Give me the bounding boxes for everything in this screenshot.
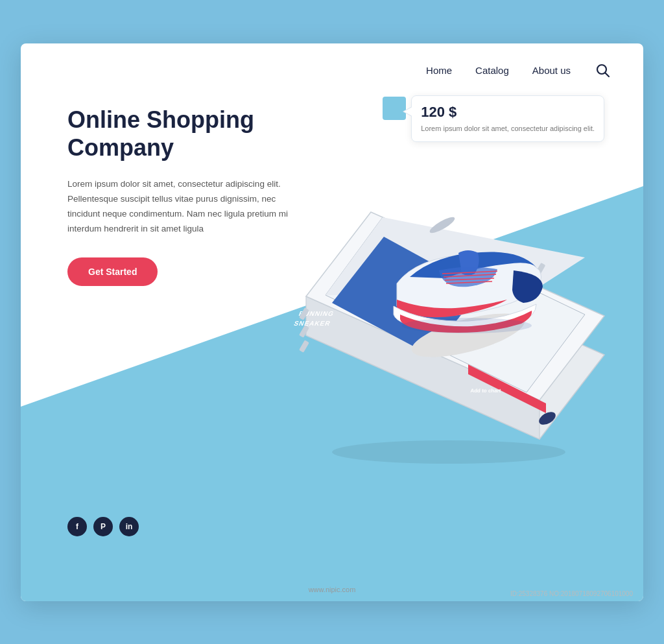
svg-point-18 <box>402 318 532 333</box>
svg-point-3 <box>332 440 565 464</box>
linkedin-icon[interactable]: in <box>119 517 139 536</box>
price-bubble: 120 $ Lorem ipsum dolor sit amet, consec… <box>383 95 604 143</box>
speech-box: 120 $ Lorem ipsum dolor sit amet, consec… <box>411 95 604 143</box>
social-icons: f P in <box>67 517 139 536</box>
navbar: Home Catalog About us <box>21 43 643 80</box>
nav-home[interactable]: Home <box>426 65 452 76</box>
svg-text:SNEAKER: SNEAKER <box>293 320 332 327</box>
pinterest-icon[interactable]: P <box>93 517 113 536</box>
watermark-text: www.nipic.com <box>309 586 356 593</box>
nav-catalog[interactable]: Catalog <box>475 65 509 76</box>
id-watermark: ID:25328376 NO:20180718092706101000 <box>510 590 633 597</box>
hero-text-block: Online Shopping Company Lorem ipsum dolo… <box>67 106 288 286</box>
price-description: Lorem ipsum dolor sit amet, consectetur … <box>421 123 595 134</box>
svg-rect-11 <box>299 340 309 353</box>
svg-text:Add to chart: Add to chart <box>470 388 501 394</box>
hero-description: Lorem ipsum dolor sit amet, consectetur … <box>67 177 288 237</box>
get-started-button[interactable]: Get Started <box>67 257 158 286</box>
nav-about[interactable]: About us <box>532 65 571 76</box>
hero-title: Online Shopping Company <box>67 106 288 161</box>
search-button[interactable] <box>594 62 612 80</box>
facebook-icon[interactable]: f <box>67 517 87 536</box>
main-card: Home Catalog About us Online Shopping Co… <box>21 43 643 601</box>
svg-line-2 <box>606 73 610 77</box>
price-amount: 120 $ <box>421 104 595 121</box>
